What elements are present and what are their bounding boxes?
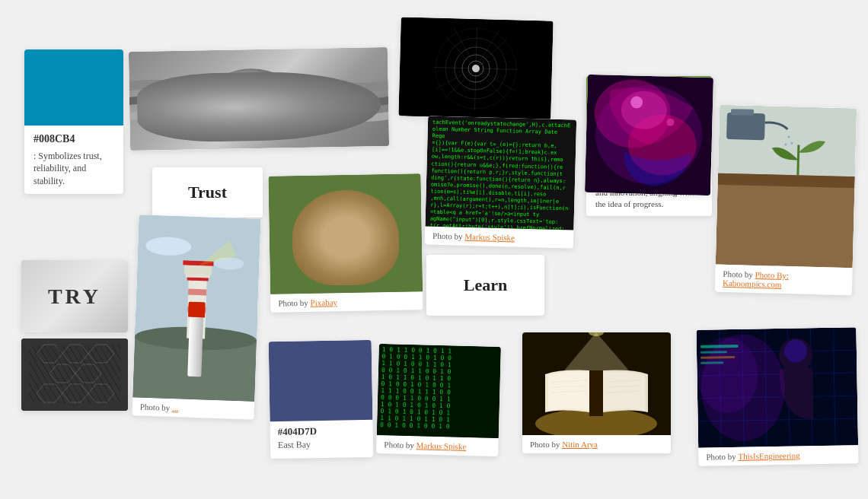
- svg-rect-62: [726, 113, 765, 140]
- svg-marker-29: [49, 364, 75, 383]
- svg-marker-31: [37, 384, 62, 402]
- svg-rect-22: [268, 173, 423, 294]
- hands-image: [268, 173, 423, 294]
- code-text: tachEvent('onreadystatechange',H),c.atta…: [429, 119, 572, 230]
- svg-point-2: [212, 72, 274, 119]
- matrix-credit: Photo by Markus Spiske: [376, 435, 499, 456]
- matrix-image: 1 0 1 1 0 0 1 0 1 1 0 1 0 0 1 1 0 1 0 0 …: [377, 344, 501, 438]
- svg-rect-50: [589, 370, 603, 416]
- svg-rect-39: [187, 278, 207, 339]
- svg-marker-33: [88, 384, 114, 402]
- code-image: tachEvent('onreadystatechange',H),c.atta…: [425, 116, 576, 230]
- color-navy-label: East Bay: [278, 438, 365, 451]
- book-credit: Photo by Nitin Arya: [522, 435, 671, 453]
- svg-point-24: [326, 221, 365, 259]
- code-card: tachEvent('onreadystatechange',H),c.atta…: [425, 116, 576, 248]
- lighthouse-image: [132, 215, 260, 401]
- svg-marker-28: [88, 345, 114, 363]
- color-trust-card: #008CB4 : Symbolizes trust, reliability,…: [24, 49, 123, 194]
- hexagon-image: [21, 338, 128, 411]
- svg-rect-42: [188, 289, 206, 296]
- svg-rect-63: [731, 109, 754, 116]
- trust-text-card: Trust: [152, 167, 263, 218]
- rope-card: [129, 47, 389, 151]
- tech-woman-credit: Photo by ThisIsEngineering: [698, 445, 858, 466]
- lighthouse-card: Photo by ...: [132, 215, 260, 419]
- neon-abstract-image: [585, 75, 713, 195]
- color-swatch-navy: [269, 340, 373, 421]
- hands-credit: Photo by Pixabay: [270, 291, 423, 312]
- tech-woman-image: [696, 327, 858, 448]
- spiral-card: [398, 17, 553, 119]
- svg-point-0: [205, 68, 298, 138]
- svg-rect-84: [700, 361, 723, 364]
- spiral-image: [398, 17, 553, 119]
- try-card: TRY: [21, 260, 128, 332]
- rope-image: [129, 47, 389, 151]
- svg-rect-82: [700, 351, 727, 354]
- plant-card: Photo by Photo By: Kaboompics.com: [715, 105, 857, 296]
- matrix-credit-link[interactable]: Markus Spiske: [416, 440, 466, 451]
- plant-credit: Photo by Photo By: Kaboompics.com: [715, 265, 853, 296]
- book-image: [522, 332, 671, 435]
- svg-point-1: [209, 69, 286, 129]
- try-image: TRY: [21, 260, 128, 332]
- svg-marker-32: [62, 384, 88, 402]
- lighthouse-credit-link[interactable]: ...: [172, 403, 179, 412]
- color-description-trust: : Symbolizes trust, reliability, and sta…: [34, 150, 114, 188]
- learn-title: Learn: [464, 275, 507, 295]
- hexagon-card: [21, 338, 128, 411]
- svg-marker-27: [62, 345, 88, 363]
- book-card: Photo by Nitin Arya: [522, 332, 671, 453]
- learn-text-card: Learn: [426, 255, 544, 316]
- svg-rect-25: [21, 338, 128, 411]
- svg-rect-43: [187, 307, 206, 313]
- tech-woman-card: Photo by ThisIsEngineering: [696, 327, 858, 466]
- svg-marker-26: [37, 345, 62, 363]
- neon-abstract-card: [585, 75, 713, 195]
- hands-credit-link[interactable]: Pixabay: [310, 297, 337, 307]
- svg-text:1 0 1 1 0 0 1 0 1 1
        0 : 1 0 1 1 0 0 1 0 1 1 0 1 0 0 1 1 0 1 0 0 …: [380, 346, 455, 430]
- color-label-trust: #008CB4: [34, 132, 114, 147]
- trust-title: Trust: [152, 167, 263, 218]
- code-credit-link[interactable]: Markus Spiske: [464, 232, 515, 243]
- matrix-card: 1 0 1 1 0 0 1 0 1 1 0 1 0 0 1 1 0 1 0 0 …: [376, 344, 501, 456]
- color-label-navy: #404D7D: [278, 424, 365, 438]
- color-navy-card: #404D7D East Bay: [269, 340, 374, 459]
- hands-card: Photo by Pixabay: [268, 173, 423, 312]
- try-text: TRY: [48, 284, 101, 309]
- book-credit-link[interactable]: Nitin Arya: [562, 440, 598, 449]
- color-swatch-trust: [24, 49, 123, 126]
- tech-woman-credit-link[interactable]: ThisIsEngineering: [738, 450, 799, 460]
- svg-point-23: [303, 208, 388, 278]
- plant-image: [716, 105, 857, 269]
- svg-marker-30: [75, 364, 101, 383]
